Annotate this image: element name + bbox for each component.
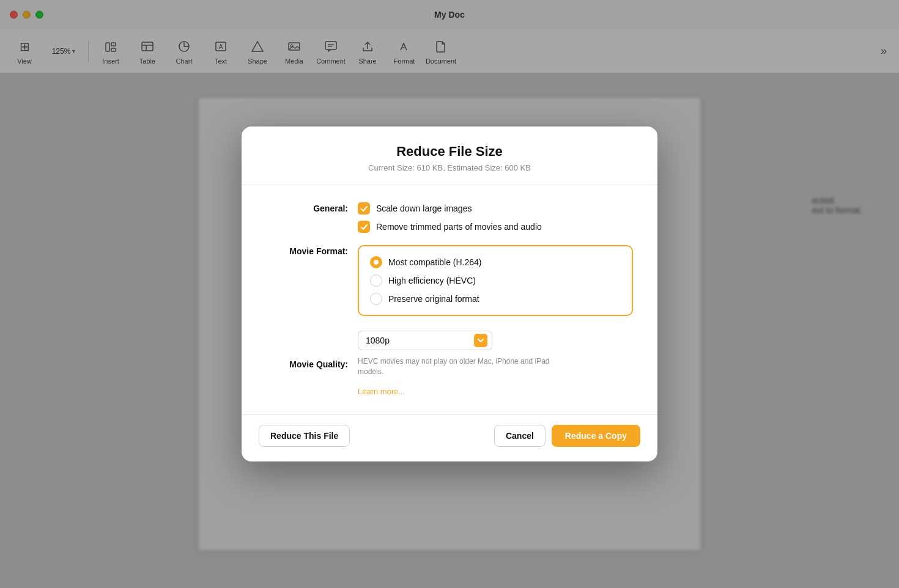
remove-trimmed-label: Remove trimmed parts of movies and audio (376, 222, 542, 232)
movie-quality-controls: 480p 720p 1080p Original (358, 331, 633, 396)
learn-more-link[interactable]: Learn more... (358, 387, 633, 396)
most-compatible-radio[interactable] (370, 256, 382, 268)
preserve-original-label: Preserve original format (388, 294, 479, 304)
high-efficiency-radio[interactable] (370, 274, 382, 287)
quality-select[interactable]: 480p 720p 1080p Original (358, 331, 492, 350)
quality-select-wrapper: 480p 720p 1080p Original (358, 331, 492, 350)
movie-format-box: Most compatible (H.264) High efficiency … (358, 245, 633, 316)
footer-right-buttons: Cancel Reduce a Copy (494, 425, 640, 447)
hevc-note: HEVC movies may not play on older Mac, i… (358, 356, 553, 377)
remove-trimmed-checkbox[interactable] (358, 221, 370, 233)
modal-title: Reduce File Size (266, 144, 633, 160)
modal-footer: Reduce This File Cancel Reduce a Copy (242, 414, 657, 461)
most-compatible-label: Most compatible (H.264) (388, 257, 482, 267)
modal-subtitle: Current Size: 610 KB, Estimated Size: 60… (266, 163, 633, 172)
preserve-original-radio[interactable] (370, 293, 382, 305)
reduce-copy-button[interactable]: Reduce a Copy (552, 425, 640, 447)
scale-images-row: Scale down large images (358, 202, 633, 215)
preserve-original-row: Preserve original format (370, 293, 621, 305)
cancel-button[interactable]: Cancel (494, 425, 546, 447)
general-label: General: (266, 202, 358, 213)
movie-quality-row: Movie Quality: 480p 720p 1080p Original (266, 331, 633, 396)
scale-images-label: Scale down large images (376, 204, 472, 213)
movie-quality-label: Movie Quality: (266, 358, 358, 369)
general-row: General: Scale down large images (266, 202, 633, 233)
modal-overlay: Reduce File Size Current Size: 610 KB, E… (0, 0, 899, 588)
high-efficiency-label: High efficiency (HEVC) (388, 276, 476, 285)
movie-format-controls: Most compatible (H.264) High efficiency … (358, 245, 633, 318)
high-efficiency-row: High efficiency (HEVC) (370, 274, 621, 287)
modal-dialog: Reduce File Size Current Size: 610 KB, E… (242, 127, 657, 461)
reduce-this-file-button[interactable]: Reduce This File (259, 425, 350, 447)
scale-images-checkbox[interactable] (358, 202, 370, 215)
movie-format-label: Movie Format: (266, 245, 358, 256)
general-controls: Scale down large images Remove trimmed p… (358, 202, 633, 233)
remove-trimmed-row: Remove trimmed parts of movies and audio (358, 221, 633, 233)
most-compatible-row: Most compatible (H.264) (370, 256, 621, 268)
modal-body: General: Scale down large images (242, 185, 657, 414)
modal-header: Reduce File Size Current Size: 610 KB, E… (242, 127, 657, 185)
movie-format-row: Movie Format: Most compatible (H.264) Hi… (266, 245, 633, 318)
